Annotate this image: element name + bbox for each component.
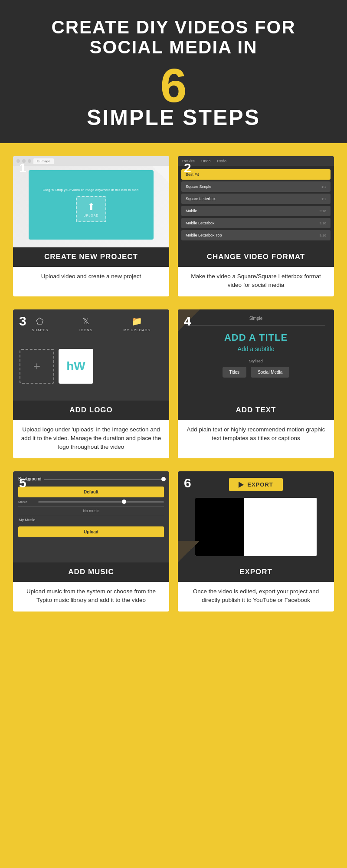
step-2-description: Make the video a Square/Square Letterbox…	[178, 267, 334, 297]
step5-default-btn[interactable]: Default	[18, 487, 164, 497]
play-icon	[239, 482, 244, 488]
header-steps: SIMPLE STEPS	[26, 105, 321, 130]
step3-tabs: ⬠ SHAPES 𝕏 ICONS 📁 MY UPLOADS	[20, 316, 163, 332]
header: CREATE DIY VIDEOS FOR SOCIAL MEDIA IN 6 …	[0, 0, 347, 143]
step-5-description: Upload music from the system or choose f…	[13, 582, 169, 612]
step2-item-mobileletterbox: Mobile Letterbox 9:16	[181, 218, 331, 228]
step-1-card: le Image Drag 'n' Drop your video or ima…	[13, 156, 169, 296]
step-5-number: 5	[19, 476, 26, 490]
header-number: 6	[26, 62, 321, 109]
step-1-description: Upload video and create a new project	[13, 267, 169, 297]
step2-toolbar: ReSizeUndoRedo	[178, 156, 334, 166]
step-1-screenshot: le Image Drag 'n' Drop your video or ima…	[13, 156, 169, 247]
step2-item-mobile: Mobile 9:16	[181, 206, 331, 216]
step-4-description: Add plain text or highly recommended mot…	[178, 420, 334, 459]
step-3-description: Upload logo under 'uploads' in the Image…	[13, 420, 169, 459]
step-6-screenshot: EXPORT 6	[178, 471, 334, 562]
step-5-label: ADD MUSIC	[13, 562, 169, 582]
step-2-card: ReSizeUndoRedo Best Fit Square Simple 1:…	[178, 156, 334, 296]
step-4-screenshot: Simple ADD A TITLE Add a subtitle Stylis…	[178, 309, 334, 401]
step3-items: + hW	[20, 339, 163, 394]
step1-upload-label: UPLOAD	[84, 214, 99, 217]
step4-btn-titles: Titles	[223, 367, 247, 378]
step-2-number: 2	[184, 161, 191, 175]
icons-icon: 𝕏	[82, 316, 90, 326]
step-1-label: CREATE NEW PROJECT	[13, 247, 169, 266]
step3-tab-myuploads: 📁 MY UPLOADS	[124, 316, 151, 332]
step3-tab-shapes: ⬠ SHAPES	[32, 316, 48, 332]
step6-video-preview	[195, 498, 317, 556]
step2-item-squareletterbox: Square Letterbox 1:1	[181, 194, 331, 204]
step-4-label: ADD TEXT	[178, 401, 334, 420]
shapes-icon: ⬠	[36, 316, 44, 326]
step3-logo-box: hW	[59, 349, 93, 384]
step-2-screenshot: ReSizeUndoRedo Best Fit Square Simple 1:…	[178, 156, 334, 247]
uploads-icon: 📁	[131, 316, 143, 326]
step-5-card: Background Default Music	[13, 471, 169, 612]
step1-upload-icon: ⬆	[87, 201, 95, 213]
steps-grid: le Image Drag 'n' Drop your video or ima…	[13, 156, 334, 612]
header-title-line1: CREATE DIY VIDEOS FOR SOCIAL MEDIA IN	[26, 17, 321, 57]
step1-drag-text: Drag 'n' Drop your video or image anywhe…	[43, 188, 139, 192]
step2-menu: Best Fit Square Simple 1:1 Square Letter…	[178, 166, 334, 247]
step4-title: ADD A TITLE	[187, 332, 325, 343]
step5-music-row: Music	[18, 500, 164, 504]
step5-upload-btn[interactable]: Upload	[18, 526, 164, 537]
step-4-card: Simple ADD A TITLE Add a subtitle Stylis…	[178, 309, 334, 458]
step-5-screenshot: Background Default Music	[13, 471, 169, 562]
step-3-card: ⬠ SHAPES 𝕏 ICONS 📁 MY UPLOADS	[13, 309, 169, 458]
step-1-number: 1	[19, 161, 26, 175]
step2-item-bestfit: Best Fit	[181, 169, 331, 180]
step-4-number: 4	[184, 314, 191, 329]
step5-no-music: No music	[18, 506, 164, 515]
step-6-number: 6	[184, 476, 191, 490]
step6-export-button[interactable]: EXPORT	[229, 478, 282, 491]
step6-video-black	[195, 498, 244, 556]
step4-buttons: Titles Social Media	[187, 367, 325, 378]
step4-subtitle: Add a subtitle	[187, 345, 325, 352]
step3-logo-text: hW	[66, 359, 85, 373]
step-6-card: EXPORT 6 EXPORT Once the video is edited…	[178, 471, 334, 612]
step1-upload-box: ⬆ UPLOAD	[76, 196, 106, 222]
step3-tab-icons: 𝕏 ICONS	[79, 316, 92, 332]
step-6-description: Once the video is edited, export your pr…	[178, 582, 334, 612]
step3-add-box: +	[20, 349, 54, 384]
step4-stylised: Stylised	[187, 359, 325, 363]
step5-background-row: Background	[18, 477, 164, 482]
step5-my-music: My Music	[18, 518, 36, 522]
step-2-label: CHANGE VIDEO FORMAT	[178, 247, 334, 266]
step2-item-squaresimple: Square Simple 1:1	[181, 181, 331, 192]
step4-section-label: Simple	[187, 316, 325, 321]
step2-item-mobileletterboxtop: Mobile Letterbox Top 9:16	[181, 230, 331, 240]
step-3-screenshot: ⬠ SHAPES 𝕏 ICONS 📁 MY UPLOADS	[13, 309, 169, 401]
step4-btn-socialmedia: Social Media	[251, 367, 289, 378]
main-content: le Image Drag 'n' Drop your video or ima…	[0, 143, 347, 629]
step-3-label: ADD LOGO	[13, 401, 169, 420]
step-6-label: EXPORT	[178, 562, 334, 582]
step-3-number: 3	[19, 314, 26, 329]
